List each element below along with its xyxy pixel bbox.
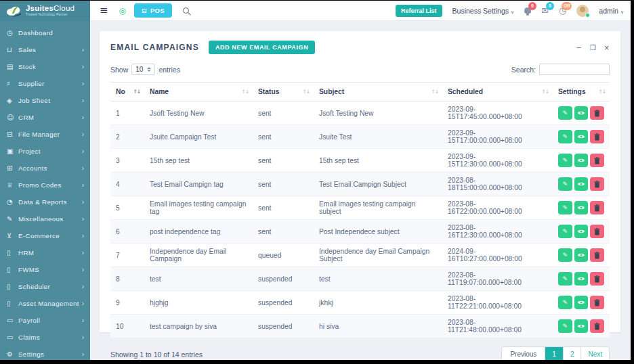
cell-settings: ✎ — [553, 220, 610, 244]
view-button[interactable] — [574, 154, 589, 167]
sort-icon[interactable]: ↑↓ — [133, 89, 140, 95]
search-icon[interactable] — [183, 7, 189, 14]
sidebar-item[interactable]: ▯ HRM › — [0, 244, 90, 261]
delete-button[interactable] — [590, 130, 604, 143]
edit-button[interactable]: ✎ — [558, 201, 572, 214]
edit-icon: ✎ — [563, 275, 568, 282]
page-size-select[interactable]: 10 — [131, 64, 155, 75]
hamburger-icon[interactable]: ≡ — [100, 5, 108, 16]
delete-button[interactable] — [590, 201, 604, 214]
column-header-no[interactable]: No↑↓ — [110, 83, 144, 101]
sidebar-item[interactable]: ⊻ E-Commerce › — [0, 227, 90, 244]
column-header-settings[interactable]: Settings↑↓ — [553, 83, 610, 101]
edit-button[interactable]: ✎ — [558, 154, 572, 167]
column-header-subject[interactable]: Subject↑↓ — [314, 83, 442, 101]
messages-button[interactable]: ✉ 0 — [541, 6, 549, 15]
sidebar-item[interactable]: ▯ Scheduler › — [0, 278, 90, 295]
location-icon[interactable]: ◎ — [119, 6, 126, 16]
sidebar-item-label: HRM — [18, 249, 82, 256]
promo-codes-icon: ♕ — [7, 181, 18, 189]
delete-button[interactable] — [590, 248, 604, 262]
sidebar-item[interactable]: ▯ FWMS › — [0, 261, 90, 278]
delete-button[interactable] — [590, 319, 604, 333]
sort-icon[interactable]: ↑↓ — [302, 89, 310, 95]
edit-button[interactable]: ✎ — [558, 106, 572, 120]
column-header-name[interactable]: Name↑↓ — [144, 83, 253, 101]
pagination-page[interactable]: 1 — [545, 347, 563, 360]
sidebar-item[interactable]: ▣ Project › — [0, 143, 90, 160]
view-button[interactable] — [574, 201, 589, 214]
delete-button[interactable] — [590, 177, 604, 191]
minimize-icon[interactable]: − — [576, 44, 581, 51]
delete-button[interactable] — [590, 272, 604, 286]
sort-icon[interactable]: ↑↓ — [241, 89, 249, 95]
user-avatar[interactable] — [576, 5, 589, 17]
sort-icon[interactable]: ↑↓ — [598, 89, 606, 95]
chevron-right-icon: › — [82, 164, 84, 172]
edit-button[interactable]: ✎ — [558, 130, 572, 143]
sidebar-item[interactable]: ▤ Stock › — [0, 58, 90, 75]
pagination-previous[interactable]: Previous — [502, 347, 545, 360]
edit-button[interactable]: ✎ — [558, 177, 572, 191]
sort-icon[interactable]: ↑↓ — [431, 89, 438, 95]
cell-settings: ✎ — [553, 101, 610, 125]
edit-button[interactable]: ✎ — [558, 272, 572, 286]
sidebar-item[interactable]: ⊔ Sales › — [0, 41, 90, 58]
brand-logo[interactable]: JsuitesCloud Trusted Technology Partner — [0, 1, 90, 21]
delete-button[interactable] — [590, 106, 604, 120]
view-button[interactable] — [574, 106, 589, 120]
sidebar-item[interactable]: ▭ Payroll › — [0, 312, 90, 329]
view-button[interactable] — [574, 272, 589, 286]
delete-button[interactable] — [590, 225, 604, 238]
notifications-button[interactable]: 0 — [524, 6, 531, 15]
view-button[interactable] — [574, 296, 589, 309]
project-icon: ▣ — [7, 147, 18, 155]
business-settings-dropdown[interactable]: Business Settings ∨ — [452, 7, 515, 15]
view-button[interactable] — [574, 177, 589, 191]
cell-subject: Post Independece subject — [314, 220, 442, 244]
column-header-scheduled[interactable]: Scheduled↑↓ — [442, 83, 553, 101]
sidebar-item[interactable]: ⊟ File Manager › — [0, 126, 90, 143]
close-icon[interactable]: × — [604, 44, 610, 51]
sidebar-item[interactable]: ◔ Data & Reports › — [0, 194, 90, 210]
sidebar-item[interactable]: ♯ Supplier › — [0, 75, 90, 92]
view-button[interactable] — [574, 319, 589, 333]
cell-name: 15th sep test — [144, 149, 253, 173]
chevron-right-icon: › — [82, 80, 84, 87]
sidebar-item[interactable]: ⊞ Accounts › — [0, 160, 90, 177]
pos-button[interactable]: ⊟ POS — [134, 3, 172, 18]
sidebar-item[interactable]: ◈ Job Sheet › — [0, 92, 90, 109]
view-button[interactable] — [574, 248, 589, 262]
cell-settings: ✎ — [553, 315, 610, 338]
sort-icon[interactable]: ↑↓ — [541, 89, 549, 95]
miscellaneous-icon: ✎ — [7, 215, 18, 223]
table-header-row: No↑↓ Name↑↓ Status↑↓ Subject↑↓ Scheduled… — [110, 83, 610, 101]
chevron-right-icon: › — [82, 283, 84, 290]
pagination-next[interactable]: Next — [580, 347, 609, 360]
sidebar-item[interactable]: ◷ Dashboard — [0, 24, 90, 41]
delete-button[interactable] — [590, 154, 604, 167]
sidebar-item[interactable]: ▯ Asset Management › — [0, 295, 90, 312]
add-new-email-campaign-button[interactable]: ADD NEW EMAIL CAMPAIGN — [209, 41, 315, 54]
sidebar-item[interactable]: ⚙ Settings › — [0, 346, 90, 360]
expand-icon[interactable]: ❐ — [590, 44, 596, 51]
sidebar-item[interactable]: ✎ Miscellaneous › — [0, 210, 90, 227]
edit-button[interactable]: ✎ — [558, 225, 572, 238]
cell-scheduled: 2023-08-18T15:00:00.000+08:00 — [442, 173, 553, 196]
user-menu[interactable]: admin ∨ — [599, 7, 624, 15]
attendance-clock-button[interactable]: ◷ Off — [559, 6, 566, 15]
trash-icon — [594, 323, 600, 330]
view-button[interactable] — [574, 130, 589, 143]
sidebar-item[interactable]: ♕ Promo Codes › — [0, 177, 90, 194]
edit-button[interactable]: ✎ — [558, 296, 572, 309]
search-input[interactable] — [539, 64, 610, 75]
pagination-page[interactable]: 2 — [563, 347, 581, 360]
edit-button[interactable]: ✎ — [558, 319, 572, 333]
sidebar-item[interactable]: ▭ Claims › — [0, 329, 90, 346]
delete-button[interactable] — [590, 296, 604, 309]
referral-list-button[interactable]: Referral List — [396, 5, 442, 17]
edit-button[interactable]: ✎ — [558, 248, 572, 262]
column-header-status[interactable]: Status↑↓ — [253, 83, 314, 101]
sidebar-item[interactable]: ☺ CRM › — [0, 109, 90, 126]
view-button[interactable] — [574, 225, 589, 238]
